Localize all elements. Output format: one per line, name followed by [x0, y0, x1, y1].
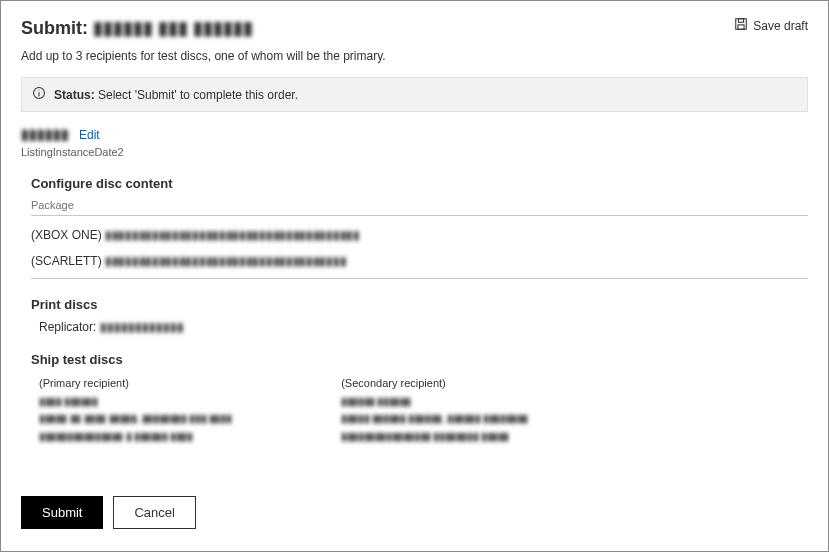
print-title: Print discs	[31, 297, 808, 312]
cancel-button[interactable]: Cancel	[113, 496, 195, 529]
package-row: (XBOX ONE) ▮▮▮▮▮▮▮▮▮▮▮▮▮▮▮▮▮▮▮▮▮▮▮▮▮▮▮▮▮…	[31, 222, 808, 248]
package-row: (SCARLETT) ▮▮▮▮▮▮▮▮▮▮▮▮▮▮▮▮▮▮▮▮▮▮▮▮▮▮▮▮▮…	[31, 248, 808, 274]
configure-disc-content-section: Configure disc content Package (XBOX ONE…	[21, 176, 808, 279]
svg-rect-2	[738, 25, 744, 29]
svg-rect-0	[736, 19, 747, 30]
save-icon	[734, 17, 748, 34]
secondary-contact: ▮▮▮▮▮▮▮▮▮▮▮▮▮▮▮▮ ▮▮▮▮▮▮▮▮ ▮▮▮▮▮	[341, 428, 528, 446]
package-platform: (XBOX ONE)	[31, 228, 102, 242]
package-platform: (SCARLETT)	[31, 254, 102, 268]
primary-contact: ▮▮▮▮▮▮▮▮▮▮▮▮▮▮▮ ▮ ▮▮▮▮▮▮ ▮▮▮▮	[39, 428, 231, 446]
print-discs-section: Print discs Replicator: ▮▮▮▮▮▮▮▮▮▮▮▮	[21, 297, 808, 334]
configure-title: Configure disc content	[31, 176, 808, 191]
package-desc: ▮▮▮▮▮▮▮▮▮▮▮▮▮▮▮▮▮▮▮▮▮▮▮▮▮▮▮▮▮▮▮▮▮▮▮▮	[105, 254, 346, 268]
submit-button[interactable]: Submit	[21, 496, 103, 529]
title-prefix: Submit:	[21, 18, 88, 38]
save-draft-button[interactable]: Save draft	[734, 17, 808, 34]
package-column-header: Package	[31, 199, 808, 216]
listing-name: ▮▮▮▮▮▮	[21, 126, 69, 142]
secondary-address: ▮▮▮▮▮ ▮▮▮▮▮▮ ▮▮▮▮▮▮, ▮▮▮▮▮▮ ▮▮▮▮▮▮▮▮	[341, 410, 528, 428]
replicator-label: Replicator:	[39, 320, 96, 334]
replicator-value: ▮▮▮▮▮▮▮▮▮▮▮▮	[100, 320, 184, 334]
primary-name: ▮▮▮▮ ▮▮▮▮▮▮	[39, 393, 231, 411]
ship-title: Ship test discs	[31, 352, 808, 367]
svg-rect-1	[739, 19, 744, 23]
status-label: Status:	[54, 88, 95, 102]
secondary-name: ▮▮▮▮▮▮ ▮▮▮▮▮▮	[341, 393, 528, 411]
primary-recipient: (Primary recipient) ▮▮▮▮ ▮▮▮▮▮▮ ▮▮▮▮▮ ▮▮…	[39, 375, 231, 445]
primary-heading: (Primary recipient)	[39, 375, 231, 393]
title-name: ▮▮▮▮▮▮ ▮▮▮ ▮▮▮▮▮▮	[93, 18, 253, 38]
package-desc: ▮▮▮▮▮▮▮▮▮▮▮▮▮▮▮▮▮▮▮▮▮▮▮▮▮▮▮▮▮▮▮▮▮▮▮▮▮▮	[105, 228, 360, 242]
page-title: Submit: ▮▮▮▮▮▮ ▮▮▮ ▮▮▮▮▮▮	[21, 17, 253, 39]
divider	[31, 278, 808, 279]
listing-instance-date: ListingInstanceDate2	[21, 146, 808, 158]
status-bar: Status: Select 'Submit' to complete this…	[21, 77, 808, 112]
secondary-recipient: (Secondary recipient) ▮▮▮▮▮▮ ▮▮▮▮▮▮ ▮▮▮▮…	[341, 375, 528, 445]
primary-address: ▮▮▮▮▮ ▮▮ ▮▮▮▮ ▮▮▮▮▮, ▮▮▮▮▮▮▮▮ ▮▮▮ ▮▮▮▮	[39, 410, 231, 428]
page-subtitle: Add up to 3 recipients for test discs, o…	[21, 49, 808, 63]
secondary-heading: (Secondary recipient)	[341, 375, 528, 393]
edit-link[interactable]: Edit	[79, 128, 100, 142]
ship-test-discs-section: Ship test discs (Primary recipient) ▮▮▮▮…	[21, 352, 808, 445]
save-draft-label: Save draft	[753, 19, 808, 33]
svg-point-5	[38, 90, 39, 91]
status-text: Select 'Submit' to complete this order.	[98, 88, 298, 102]
info-icon	[32, 86, 46, 103]
